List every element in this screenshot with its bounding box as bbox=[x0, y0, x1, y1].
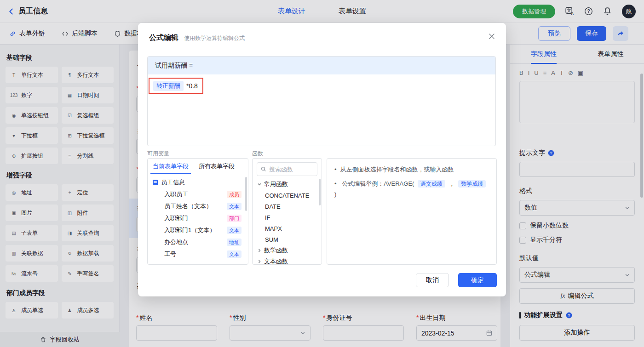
formula-field-chip: 转正薪酬 bbox=[153, 81, 184, 91]
chevron-right-icon bbox=[257, 248, 262, 253]
example-field-chip: 语文成绩 bbox=[418, 180, 445, 188]
variable-row[interactable]: 入职员工 成员 bbox=[148, 188, 248, 200]
variable-type-tag: 文本 bbox=[227, 227, 242, 234]
help-line-1: 从左侧面板选择字段名和函数，或输入函数 bbox=[334, 165, 489, 175]
function-group-math[interactable]: 数学函数 bbox=[253, 245, 322, 256]
function-group-label: 数学函数 bbox=[264, 246, 288, 255]
help-example-separator: ， bbox=[449, 180, 455, 187]
variable-name: 员工姓名（文本） bbox=[164, 202, 212, 210]
tab-all-form-fields[interactable]: 所有表单字段 bbox=[194, 159, 240, 174]
variables-root-node[interactable]: 员工信息 bbox=[148, 176, 248, 188]
variable-type-tag: 文本 bbox=[227, 250, 242, 258]
functions-panel: 常用函数 CONCATENATE DATE IF MAPX SUM bbox=[252, 158, 322, 265]
functions-label: 函数 bbox=[252, 150, 263, 158]
formula-help-panel: 从左侧面板选择字段名和函数，或输入函数 公式编辑举例：AVERAGE( 语文成绩… bbox=[327, 158, 497, 265]
modal-header: 公式编辑 使用数学运算符编辑公式 bbox=[138, 23, 506, 43]
variable-name: 入职部门1（文本） bbox=[164, 226, 215, 234]
variables-scrollbar[interactable] bbox=[245, 177, 247, 211]
formula-input-area[interactable]: 转正薪酬 *0.8 bbox=[148, 74, 495, 94]
cancel-button[interactable]: 取消 bbox=[416, 273, 449, 287]
modal-title: 公式编辑 bbox=[149, 33, 178, 43]
variable-rows: 入职员工 成员 员工姓名（文本） 文本 入职部门 部门 bbox=[148, 188, 248, 260]
formula-editor-box: 试用期薪酬 = 转正薪酬 *0.8 bbox=[147, 56, 496, 146]
functions-scrollbar[interactable] bbox=[319, 179, 321, 205]
modal-subtitle: 使用数学运算符编辑公式 bbox=[184, 34, 245, 42]
variable-name: 办公地点 bbox=[164, 238, 188, 246]
variable-row[interactable]: 入职部门1（文本） 文本 bbox=[148, 224, 248, 236]
variable-name: 入职部门 bbox=[164, 214, 188, 222]
variable-name: 入职员工 bbox=[164, 190, 188, 199]
help-example-prefix: 公式编辑举例：AVERAGE( bbox=[342, 180, 414, 187]
variable-row[interactable]: 员工姓名（文本） 文本 bbox=[148, 200, 248, 212]
tab-current-form-fields[interactable]: 当前表单字段 bbox=[148, 159, 194, 174]
formula-target: 试用期薪酬 = bbox=[148, 57, 495, 74]
variable-type-tag: 文本 bbox=[227, 203, 242, 210]
chevron-right-icon bbox=[257, 259, 262, 264]
example-field-chip: 数学成绩 bbox=[458, 180, 486, 188]
variables-list: 员工信息 入职员工 成员 员工姓名（文本） 文本 bbox=[148, 174, 248, 260]
function-group-label: 文本函数 bbox=[264, 257, 288, 265]
chevron-down-icon bbox=[257, 182, 262, 187]
variable-type-tag: 成员 bbox=[227, 191, 242, 199]
formula-editor-modal: 公式编辑 使用数学运算符编辑公式 试用期薪酬 = 转正薪酬 *0.8 可用变量 … bbox=[138, 23, 506, 296]
variable-row[interactable]: 办公地点 地址 bbox=[148, 236, 248, 248]
annotation-red-box: 转正薪酬 *0.8 bbox=[149, 78, 203, 94]
close-icon[interactable] bbox=[488, 32, 496, 40]
variable-row[interactable]: 工号 文本 bbox=[148, 248, 248, 260]
function-item[interactable]: DATE bbox=[253, 201, 322, 212]
help-example-suffix: ) bbox=[334, 191, 336, 198]
function-search-box bbox=[257, 162, 317, 176]
function-item[interactable]: IF bbox=[253, 212, 322, 223]
variable-type-tag: 地址 bbox=[227, 239, 242, 246]
search-icon bbox=[261, 166, 266, 172]
variable-type-tag: 部门 bbox=[227, 215, 242, 222]
confirm-button[interactable]: 确定 bbox=[458, 273, 497, 287]
function-item[interactable]: MAPX bbox=[253, 223, 322, 234]
variable-row[interactable]: 入职部门 部门 bbox=[148, 212, 248, 224]
variables-tabs: 当前表单字段 所有表单字段 bbox=[148, 159, 248, 174]
root-node-label: 员工信息 bbox=[161, 178, 185, 187]
function-group-label: 常用函数 bbox=[264, 180, 288, 188]
app-root: 员工信息 表单设计 表单设置 数据管理 文A ? 政 表单外链 bbox=[0, 0, 644, 347]
function-item[interactable]: CONCATENATE bbox=[253, 190, 322, 201]
function-search-input[interactable] bbox=[269, 166, 315, 173]
function-group-text[interactable]: 文本函数 bbox=[253, 256, 322, 265]
document-icon bbox=[152, 179, 158, 186]
variable-name: 工号 bbox=[164, 250, 176, 258]
modal-footer: 取消 确定 bbox=[416, 273, 497, 287]
function-group-common[interactable]: 常用函数 bbox=[253, 179, 322, 190]
variables-label: 可用变量 bbox=[147, 150, 169, 158]
variables-panel: 当前表单字段 所有表单字段 员工信息 入职员工 成员 bbox=[147, 158, 248, 265]
function-items: CONCATENATE DATE IF MAPX SUM bbox=[253, 190, 322, 245]
help-line-2: 公式编辑举例：AVERAGE( 语文成绩 ， 数学成绩 ) bbox=[334, 179, 489, 200]
function-item[interactable]: SUM bbox=[253, 234, 322, 245]
formula-expression: *0.8 bbox=[186, 82, 198, 90]
